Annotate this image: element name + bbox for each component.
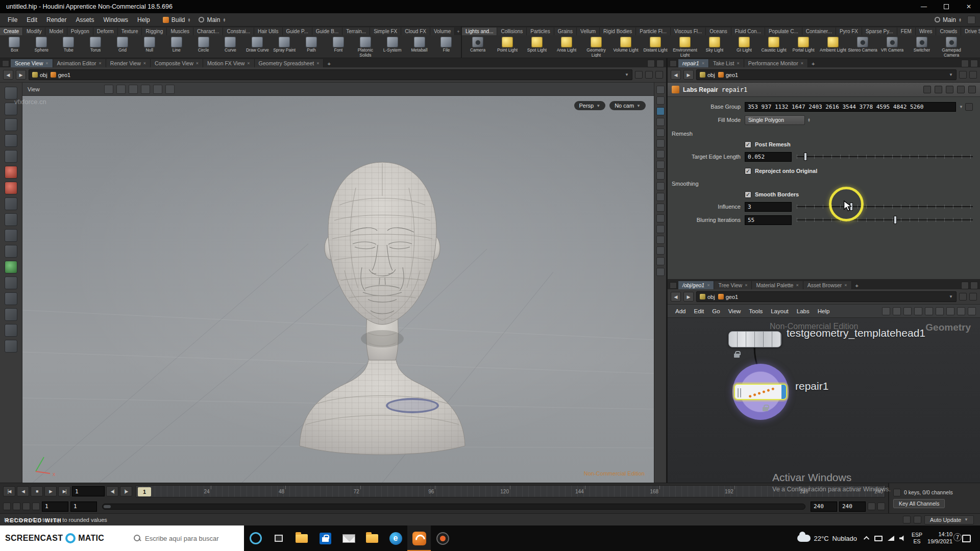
shelf-tab[interactable]: Volume xyxy=(430,28,455,35)
pane-split-icon[interactable] xyxy=(961,282,969,289)
node-label[interactable]: testgeometry_templatehead1 xyxy=(787,327,925,339)
menu-item[interactable]: File xyxy=(3,16,22,23)
shading-mode-icon[interactable] xyxy=(656,161,665,169)
edge-button[interactable] xyxy=(384,525,407,551)
menu-item[interactable]: Render xyxy=(42,16,71,23)
crosshair-icon[interactable] xyxy=(959,71,967,79)
base-group-input[interactable] xyxy=(745,102,956,112)
shelf-tab[interactable]: Guide B... xyxy=(312,28,342,35)
breadcrumb-obj[interactable]: obj xyxy=(700,72,715,78)
align-tool-icon[interactable] xyxy=(5,245,17,258)
network-menu-item[interactable]: Layout xyxy=(767,308,792,314)
shelf-tab[interactable]: Container... xyxy=(802,28,836,35)
snapping-icon[interactable] xyxy=(141,85,150,94)
pose-tool-icon[interactable] xyxy=(5,197,17,210)
maximize-button[interactable] xyxy=(935,0,958,13)
shelf-tool[interactable]: Draw Curve xyxy=(244,36,271,57)
close-icon[interactable]: × xyxy=(702,61,704,66)
camera-tool-icon[interactable] xyxy=(656,107,665,115)
jump-start-button[interactable]: |◀ xyxy=(3,486,15,496)
slider-handle[interactable] xyxy=(894,216,897,224)
file-explorer-button[interactable] xyxy=(290,525,313,551)
close-icon[interactable]: × xyxy=(801,61,803,66)
shelf-tool[interactable]: Geometry Light xyxy=(581,36,611,57)
pane-maximize-icon[interactable] xyxy=(656,86,665,94)
menu-icon[interactable] xyxy=(968,307,976,315)
prev-key-button[interactable]: ◀| xyxy=(106,486,118,496)
breadcrumb-obj[interactable]: obj xyxy=(32,72,47,78)
show-hidden-icons-button[interactable] xyxy=(864,536,869,542)
shelf-tool[interactable]: Spot Light xyxy=(522,36,552,57)
pane-tab[interactable]: /obj/geo1× xyxy=(678,281,714,289)
pane-tab[interactable]: Scene View× xyxy=(11,59,53,67)
shelf-tool[interactable]: Point Light xyxy=(493,36,522,57)
crosshair-icon[interactable] xyxy=(959,293,967,300)
shelf-tab[interactable]: Populate C... xyxy=(765,28,802,35)
shelf-tab[interactable]: Muscles xyxy=(167,28,193,35)
display-tray-icon[interactable] xyxy=(874,536,883,541)
pane-tab[interactable]: Performance Monitor× xyxy=(744,59,808,67)
taskbar-search[interactable] xyxy=(128,525,244,551)
pane-tab[interactable]: repair1× xyxy=(678,59,709,67)
gear-icon[interactable] xyxy=(655,71,663,79)
desktop-spinner-icon[interactable]: ▲▼ xyxy=(223,18,226,22)
volume-tray-icon[interactable] xyxy=(899,535,906,541)
playback-end-input[interactable] xyxy=(811,502,837,512)
network-menu-item[interactable]: View xyxy=(725,308,745,314)
shelf-tab[interactable]: Texture xyxy=(118,28,142,35)
shelf-tab[interactable]: Hair Utils xyxy=(254,28,283,35)
pane-tab[interactable]: Render View× xyxy=(106,59,151,67)
realtime-toggle-icon[interactable] xyxy=(22,503,30,510)
network-menu-item[interactable]: Add xyxy=(672,308,689,314)
pane-maximize-icon[interactable] xyxy=(970,282,978,289)
pane-maximize-icon[interactable] xyxy=(656,60,664,67)
points-display-icon[interactable] xyxy=(656,236,665,244)
node-name-field[interactable]: repair1 xyxy=(722,86,748,93)
shelf-tool[interactable]: Spray Paint xyxy=(271,36,298,57)
chevron-down-icon[interactable]: ▼ xyxy=(949,294,953,299)
light-tool-icon[interactable] xyxy=(5,277,17,289)
material-tool-icon[interactable] xyxy=(5,261,17,273)
home-view-icon[interactable] xyxy=(656,139,665,147)
shelf-tool[interactable]: Sky Light xyxy=(700,36,729,57)
main-desktop-selector[interactable]: Main ▲▼ xyxy=(935,16,962,23)
blurring-iterations-input[interactable] xyxy=(745,215,792,225)
shelf-tab[interactable]: Pyro FX xyxy=(836,28,862,35)
gear-icon[interactable] xyxy=(923,86,931,93)
sculpt-tool-icon[interactable] xyxy=(5,166,17,179)
close-icon[interactable]: × xyxy=(247,61,250,66)
close-icon[interactable]: × xyxy=(745,283,747,288)
breadcrumb-geo1[interactable]: geo1 xyxy=(718,294,738,300)
align-icon[interactable] xyxy=(903,307,912,315)
shelf-tab[interactable]: Create xyxy=(0,28,23,35)
shelf-tab[interactable]: Fluid Con... xyxy=(731,28,765,35)
shelf-tab[interactable]: FEM xyxy=(897,28,916,35)
shelf-tool[interactable]: Curve xyxy=(217,36,244,57)
layout-icon[interactable] xyxy=(645,71,653,79)
select-mode-icon[interactable] xyxy=(104,85,113,94)
brush-select-icon[interactable] xyxy=(129,85,138,94)
shelf-tool[interactable]: GI Light xyxy=(729,36,759,57)
group-select-icon[interactable] xyxy=(965,103,973,111)
slider-handle[interactable] xyxy=(804,153,807,161)
view-menu[interactable]: View xyxy=(28,86,40,92)
presets-icon[interactable] xyxy=(935,86,942,93)
keyframe-grid-icon[interactable] xyxy=(893,489,901,496)
close-button[interactable]: ✕ xyxy=(958,0,980,13)
uv-tool-icon[interactable] xyxy=(5,213,17,226)
shelf-tab[interactable]: Guide P... xyxy=(283,28,312,35)
pane-tab[interactable]: Take List× xyxy=(709,59,744,67)
handles-toggle-icon[interactable] xyxy=(656,225,665,233)
pane-maximize-icon[interactable] xyxy=(970,60,978,67)
shelf-tool[interactable]: Area Light xyxy=(552,36,581,57)
shelf-tab[interactable]: Deform xyxy=(93,28,118,35)
snapshot-icon[interactable] xyxy=(656,204,665,212)
normals-display-icon[interactable] xyxy=(656,246,665,255)
shelf-tab[interactable]: Collisions xyxy=(497,28,527,35)
shelf-tab[interactable]: Rigging xyxy=(142,28,167,35)
shelf-tab[interactable]: Lights and... xyxy=(462,28,497,35)
screen-recorder-button[interactable] xyxy=(431,525,454,551)
menu-item[interactable]: Assets xyxy=(71,16,99,23)
memory-icon[interactable] xyxy=(903,516,911,523)
shelf-tool[interactable]: Tube xyxy=(55,36,82,57)
